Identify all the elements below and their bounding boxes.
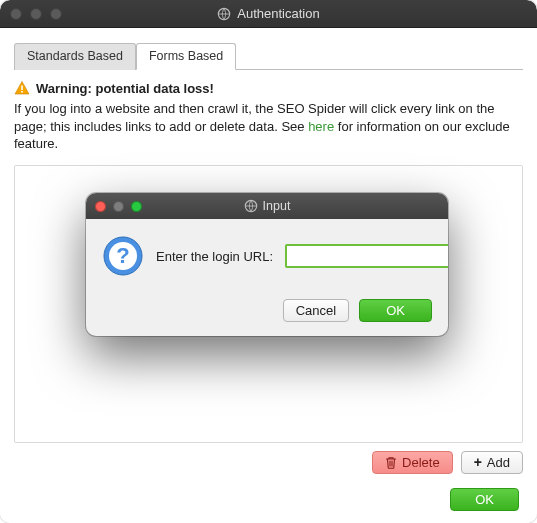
- warning-heading-row: Warning: potential data loss!: [14, 80, 523, 96]
- tab-standards-based[interactable]: Standards Based: [14, 43, 136, 70]
- authentication-window: Authentication Standards Based Forms Bas…: [0, 0, 537, 523]
- delete-button[interactable]: Delete: [372, 451, 453, 474]
- tab-forms-based[interactable]: Forms Based: [136, 43, 236, 70]
- login-url-input[interactable]: [285, 244, 448, 268]
- warning-icon: [14, 80, 30, 96]
- add-button[interactable]: + Add: [461, 451, 523, 474]
- dialog-titlebar: Input: [86, 193, 448, 219]
- zoom-icon[interactable]: [50, 8, 62, 20]
- close-icon[interactable]: [10, 8, 22, 20]
- svg-rect-2: [21, 91, 23, 93]
- svg-point-0: [219, 8, 230, 19]
- dialog-ok-button[interactable]: OK: [359, 299, 432, 322]
- app-icon: [244, 199, 258, 213]
- dialog-prompt: Enter the login URL:: [156, 249, 273, 264]
- warning-body: If you log into a website and then crawl…: [14, 100, 523, 153]
- dialog-buttons: Cancel OK: [102, 299, 432, 322]
- svg-text:?: ?: [116, 243, 129, 268]
- close-icon[interactable]: [95, 201, 106, 212]
- question-icon: ?: [102, 235, 144, 277]
- cancel-button[interactable]: Cancel: [283, 299, 349, 322]
- svg-rect-1: [21, 86, 23, 91]
- dialog-title: Input: [263, 199, 291, 213]
- plus-icon: +: [474, 455, 482, 469]
- ok-button[interactable]: OK: [450, 488, 519, 511]
- zoom-icon[interactable]: [131, 201, 142, 212]
- warning-heading: Warning: potential data loss!: [36, 81, 214, 96]
- app-icon: [217, 7, 231, 21]
- input-dialog: Input ? Enter the login URL: Cancel OK: [86, 193, 448, 336]
- minimize-icon[interactable]: [113, 201, 124, 212]
- minimize-icon[interactable]: [30, 8, 42, 20]
- window-controls: [10, 8, 62, 20]
- dialog-body: ? Enter the login URL: Cancel OK: [86, 219, 448, 336]
- add-label: Add: [487, 455, 510, 470]
- exclude-link[interactable]: here: [308, 119, 334, 134]
- dialog-window-controls: [95, 201, 142, 212]
- delete-label: Delete: [402, 455, 440, 470]
- dialog-input-row: ? Enter the login URL:: [102, 235, 432, 277]
- titlebar: Authentication: [0, 0, 537, 28]
- window-title: Authentication: [237, 6, 319, 21]
- tabs: Standards Based Forms Based: [14, 42, 523, 70]
- footer: OK: [450, 488, 519, 511]
- svg-point-3: [245, 200, 256, 211]
- trash-icon: [385, 456, 397, 469]
- list-buttons: Delete + Add: [14, 451, 523, 474]
